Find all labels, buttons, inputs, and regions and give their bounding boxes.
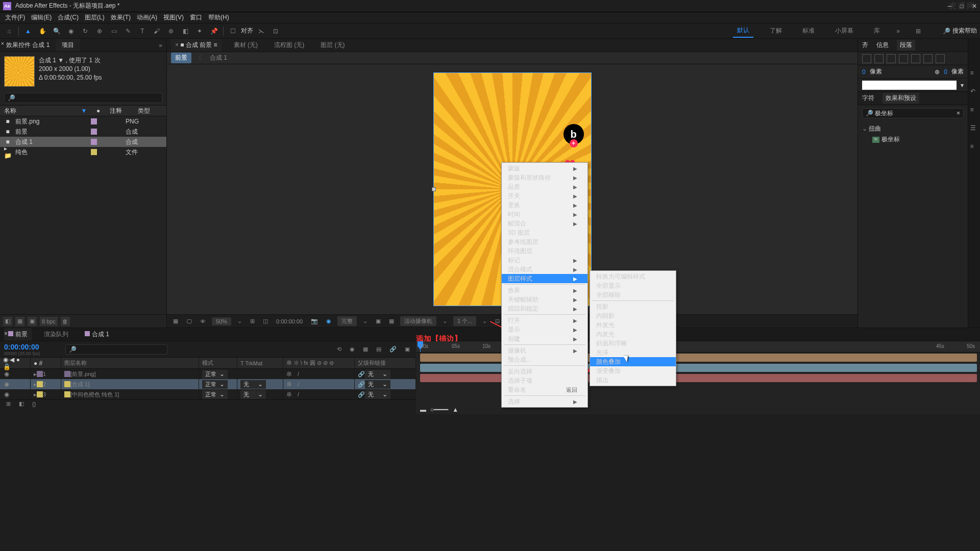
effect-item[interactable]: fx极坐标: [862, 134, 964, 145]
context-menu-item[interactable]: 关键帧辅助▶: [502, 295, 587, 304]
tab-project[interactable]: 项目: [56, 39, 80, 52]
toggle-icon[interactable]: 👁: [198, 317, 208, 325]
breadcrumb-item-1[interactable]: 合成 1: [206, 53, 231, 63]
menu-edit[interactable]: 编辑(E): [29, 12, 54, 23]
col-name[interactable]: 名称: [4, 107, 77, 115]
interpret-footage-button[interactable]: ◧: [3, 317, 12, 326]
effects-search-input[interactable]: 🔎 极坐标 ×: [862, 108, 964, 118]
pen-tool[interactable]: ✎: [122, 25, 134, 37]
view-opt-icon[interactable]: ⊡: [493, 317, 502, 325]
resolution-select[interactable]: 完整: [337, 316, 357, 326]
context-menu-item[interactable]: 投影: [590, 302, 676, 311]
col-switches[interactable]: 单 ※ \ fx 圓 ⊘ ⊘ ⊖: [283, 358, 355, 368]
snap-checkbox[interactable]: ☐: [227, 25, 239, 37]
project-item[interactable]: ■前景合成: [0, 127, 166, 137]
context-menu-item[interactable]: 品质▶: [502, 182, 587, 191]
type-tool[interactable]: T: [136, 25, 149, 37]
workspace-libraries[interactable]: 库: [870, 24, 884, 37]
roto-tool[interactable]: ✦: [193, 25, 206, 37]
align-ja-icon[interactable]: [936, 54, 945, 63]
workspace-options-icon[interactable]: ⊞: [912, 25, 924, 37]
col-label[interactable]: ●: [91, 107, 106, 114]
views-select[interactable]: 1 个...: [453, 316, 476, 326]
transparency-icon[interactable]: ▦: [387, 317, 396, 325]
rotate-tool[interactable]: ↻: [79, 25, 91, 37]
zoom-select[interactable]: 50%: [212, 317, 231, 325]
toggle-icon[interactable]: 🖵: [184, 317, 194, 325]
link-icon[interactable]: 🔗: [387, 345, 399, 354]
zoom-out-icon[interactable]: ▬: [420, 406, 426, 413]
col-layer-name[interactable]: 图层名称: [61, 358, 199, 368]
channel-icon[interactable]: ◉: [324, 317, 333, 325]
time-ruler[interactable]: 00s 05s 10s 45s 50s: [416, 341, 980, 353]
toggle-icon[interactable]: ▦: [171, 317, 180, 325]
timeline-layer-row[interactable]: ◉ ▸ 3 [中间色橙色 纯色 1] 正常 ⌄ 无 ⌄ 单 / 🔗 无 ⌄: [0, 389, 416, 399]
zoom-slider[interactable]: ○━━━━: [430, 406, 448, 413]
zoom-in-icon[interactable]: ▲: [452, 406, 458, 413]
help-search[interactable]: 🔎 搜索帮助: [943, 27, 977, 35]
tab-footage-viewer[interactable]: 素材 (无): [230, 39, 262, 52]
context-menu-item[interactable]: 打开▶: [502, 316, 587, 325]
camera-select[interactable]: 活动摄像机: [400, 316, 436, 326]
timeline-tab-0[interactable]: ×前景: [4, 328, 32, 341]
align-jl-icon[interactable]: [899, 54, 908, 63]
align-right-icon[interactable]: [887, 54, 896, 63]
motion-blur-icon[interactable]: ▦: [361, 345, 370, 354]
text-input[interactable]: [862, 81, 957, 90]
context-menu-item[interactable]: 斜面和浮雕: [590, 339, 676, 348]
rect-tool[interactable]: ▭: [108, 25, 120, 37]
bpc-toggle[interactable]: 8 bpc: [40, 317, 58, 326]
menu-window[interactable]: 窗口: [188, 12, 204, 23]
context-menu-item[interactable]: 内阴影: [590, 311, 676, 320]
tab-flowchart[interactable]: 流程图 (无): [270, 39, 308, 52]
context-menu-item[interactable]: 效果▶: [502, 286, 587, 295]
context-menu-item[interactable]: 创建▶: [502, 334, 587, 343]
workspace-small[interactable]: 小屏幕: [831, 24, 857, 37]
col-mode[interactable]: 模式: [199, 358, 237, 368]
context-menu-item[interactable]: 反向选择: [502, 367, 587, 376]
timeline-search-input[interactable]: 🔎: [65, 344, 167, 355]
resize-handle[interactable]: [432, 187, 436, 191]
context-menu-item[interactable]: 蒙版▶: [502, 164, 587, 173]
workspace-standard[interactable]: 标准: [798, 24, 819, 37]
snap-opt-2[interactable]: ⊡: [270, 25, 282, 37]
context-menu-item[interactable]: 描边: [590, 375, 676, 385]
tab-layer-viewer[interactable]: 图层 (无): [316, 39, 349, 52]
context-menu-item[interactable]: 标记▶: [502, 256, 587, 265]
context-menu-item[interactable]: 选择子项: [502, 376, 587, 385]
tab-align[interactable]: 齐: [862, 41, 868, 49]
panel-menu-icon[interactable]: ≡: [970, 143, 978, 151]
menu-layer[interactable]: 图层(L): [83, 12, 107, 23]
current-timecode[interactable]: 0:00:00:00: [4, 343, 57, 351]
clear-search-icon[interactable]: ×: [957, 110, 960, 117]
timeline-tab-1[interactable]: 渲染队列: [40, 328, 72, 341]
project-search-input[interactable]: 🔎: [4, 93, 162, 103]
tab-comp-viewer[interactable]: × ■ 合成 前景 ≡: [171, 39, 222, 52]
hand-tool[interactable]: ✋: [36, 25, 48, 37]
context-menu-item[interactable]: 重命名返回: [502, 385, 587, 394]
align-left-icon[interactable]: [862, 54, 871, 63]
roi-icon[interactable]: ▣: [374, 317, 383, 325]
align-jc-icon[interactable]: [911, 54, 920, 63]
tab-paragraph[interactable]: 段落: [897, 40, 915, 51]
undo-icon[interactable]: ↶: [970, 88, 978, 96]
tab-character[interactable]: 字符: [862, 94, 874, 103]
context-menu-item[interactable]: 变换▶: [502, 201, 587, 210]
selection-tool[interactable]: ▲: [22, 25, 34, 37]
new-comp-button[interactable]: ▦: [15, 317, 24, 326]
context-menu-item[interactable]: 光泽: [590, 348, 676, 357]
timeline-layer-row[interactable]: ◉ ▸ 1 [前景.png] 正常 ⌄ 单 / 🔗 无 ⌄: [0, 369, 416, 379]
snapshot-icon[interactable]: 📷: [309, 317, 320, 325]
workspace-default[interactable]: 默认: [733, 24, 753, 38]
timeline-layer-row[interactable]: ◉ ▸ 2 [合成 1] 正常 ⌄ 无 ⌄ 单 / 🔗 无 ⌄: [0, 379, 416, 389]
context-menu-item[interactable]: 颜色叠加: [590, 357, 676, 366]
col-comment[interactable]: 注释: [110, 107, 134, 115]
project-item[interactable]: ▸ 📁纯色文件: [0, 147, 166, 157]
home-tool[interactable]: ⌂: [3, 25, 15, 37]
eraser-tool[interactable]: ◧: [179, 25, 191, 37]
list-icon[interactable]: ☰: [970, 124, 978, 133]
context-menu-item[interactable]: 显示▶: [502, 325, 587, 334]
context-menu-item[interactable]: 帧混合▶: [502, 219, 587, 228]
align-center-icon[interactable]: [874, 54, 884, 63]
col-trkmat[interactable]: T TrkMat: [237, 358, 283, 368]
